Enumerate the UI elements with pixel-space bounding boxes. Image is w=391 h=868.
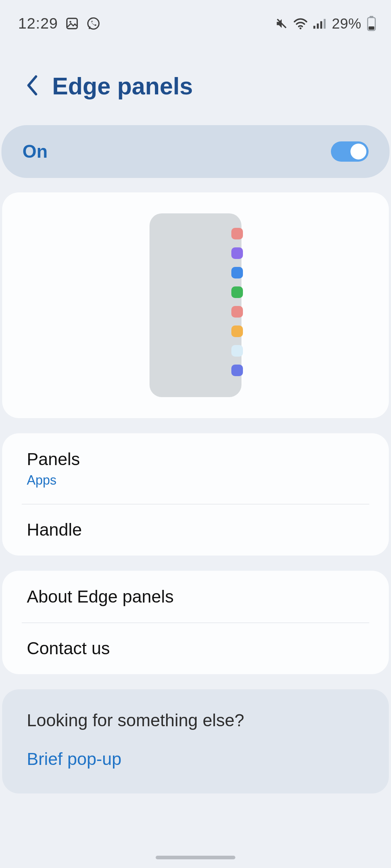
svg-point-4 (300, 27, 302, 29)
contact-title: Contact us (27, 638, 364, 658)
gallery-icon (65, 17, 79, 30)
battery-percent: 29% (332, 16, 361, 32)
status-bar: 12:29 (0, 0, 391, 36)
edge-dot (231, 247, 243, 259)
gesture-bar[interactable] (156, 856, 235, 859)
about-row[interactable]: About Edge panels (2, 571, 389, 622)
battery-icon (366, 16, 377, 31)
handle-row[interactable]: Handle (2, 504, 389, 556)
signal-icon (313, 17, 327, 30)
mute-icon (275, 17, 288, 30)
clock: 12:29 (18, 15, 58, 32)
contact-row[interactable]: Contact us (2, 622, 389, 674)
suggestion-link[interactable]: Brief pop-up (27, 749, 364, 769)
back-icon[interactable] (25, 75, 40, 98)
suggestion-title: Looking for something else? (27, 710, 364, 730)
svg-rect-6 (317, 24, 319, 29)
svg-rect-5 (314, 26, 315, 29)
edge-dot (231, 286, 243, 298)
edge-dot (231, 306, 243, 318)
settings-section-2: About Edge panels Contact us (2, 571, 389, 674)
page-title: Edge panels (52, 72, 193, 100)
master-toggle-switch[interactable] (331, 141, 369, 162)
edge-dot (231, 365, 243, 376)
settings-section-1: Panels Apps Handle (2, 433, 389, 556)
phone-preview (150, 213, 241, 397)
panels-row[interactable]: Panels Apps (2, 433, 389, 504)
header: Edge panels (0, 36, 391, 125)
wifi-icon (293, 17, 308, 30)
preview-card (2, 192, 389, 418)
edge-dot (231, 326, 243, 337)
svg-point-1 (70, 21, 71, 23)
master-toggle-row[interactable]: On (1, 125, 390, 178)
edge-dot (231, 228, 243, 239)
svg-rect-7 (320, 21, 322, 29)
svg-rect-8 (324, 19, 326, 29)
panels-title: Panels (27, 449, 364, 469)
panels-subtitle: Apps (27, 473, 364, 488)
handle-title: Handle (27, 520, 364, 540)
suggestion-card: Looking for something else? Brief pop-up (2, 689, 389, 793)
about-title: About Edge panels (27, 587, 364, 607)
edge-dot (231, 345, 243, 357)
svg-rect-0 (67, 18, 77, 29)
master-toggle-label: On (22, 141, 47, 162)
whatsapp-icon (86, 16, 101, 31)
svg-rect-11 (369, 26, 374, 30)
edge-panel-dots (231, 228, 243, 376)
edge-dot (231, 267, 243, 278)
